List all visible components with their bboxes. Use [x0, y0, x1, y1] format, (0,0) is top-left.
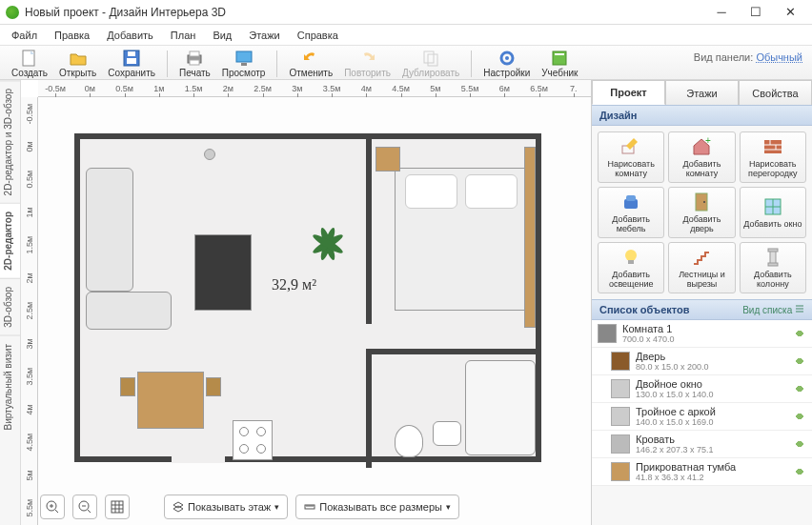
- menu-add[interactable]: Добавить: [99, 28, 161, 43]
- draw-partition-button[interactable]: Нарисовать перегородку: [740, 131, 806, 183]
- partition-wall[interactable]: [366, 133, 372, 324]
- object-dims: 140.0 x 15.0 x 169.0: [636, 417, 787, 427]
- zoom-in-button[interactable]: [40, 495, 65, 519]
- show-dimensions-button[interactable]: Показывать все размеры▾: [295, 495, 459, 519]
- tab-project[interactable]: Проект: [592, 80, 665, 105]
- ceiling-lamp[interactable]: [204, 149, 215, 160]
- partition-wall[interactable]: [366, 349, 372, 468]
- bed-icon: [611, 434, 630, 454]
- add-furniture-button[interactable]: Добавить мебель: [598, 187, 664, 238]
- add-room-button[interactable]: +Добавить комнату: [668, 131, 735, 183]
- svg-rect-58: [768, 263, 778, 266]
- room-outline[interactable]: [74, 133, 541, 462]
- grid-icon: [111, 500, 124, 514]
- show-floor-button[interactable]: Показывать этаж▾: [164, 495, 288, 519]
- print-button[interactable]: Печать: [173, 48, 216, 79]
- pencil-room-icon: [620, 136, 641, 157]
- object-row[interactable]: Кровать146.2 x 207.3 x 75.1: [592, 431, 812, 458]
- visibility-toggle[interactable]: [793, 467, 806, 476]
- menu-plan[interactable]: План: [163, 28, 204, 43]
- door-opening: [172, 455, 225, 463]
- right-tabs: Проект Этажи Свойства: [592, 80, 812, 105]
- menu-floors[interactable]: Этажи: [241, 28, 287, 43]
- object-dims: 41.8 x 36.3 x 41.2: [636, 473, 787, 482]
- tab-2d-3d[interactable]: 2D-редактор и 3D-обзор: [0, 80, 20, 203]
- visibility-toggle[interactable]: [793, 329, 806, 338]
- add-window-button[interactable]: Добавить окно: [740, 187, 806, 238]
- dining-table[interactable]: [137, 372, 204, 429]
- object-row[interactable]: Прикроватная тумба41.8 x 36.3 x 41.2: [592, 458, 812, 486]
- partition-wall[interactable]: [366, 349, 541, 354]
- door-icon: [691, 192, 712, 212]
- chair[interactable]: [206, 377, 221, 396]
- view-mode-link[interactable]: Вид списка: [742, 304, 804, 315]
- add-light-button[interactable]: Добавить освещение: [598, 242, 664, 293]
- tab-virtual-visit[interactable]: Виртуальный визит: [0, 335, 20, 438]
- preview-button[interactable]: Просмотр: [216, 48, 272, 79]
- menu-edit[interactable]: Правка: [47, 28, 97, 43]
- svg-rect-10: [424, 51, 434, 63]
- menu-help[interactable]: Справка: [290, 28, 346, 43]
- object-list: Комната 1700.0 x 470.0 Дверь80.0 x 15.0 …: [592, 320, 812, 525]
- maximize-button[interactable]: ☐: [740, 2, 772, 23]
- bed[interactable]: [395, 168, 528, 311]
- svg-rect-3: [127, 58, 136, 64]
- tab-floors[interactable]: Этажи: [665, 80, 739, 105]
- object-name: Двойное окно: [636, 378, 787, 390]
- bathtub[interactable]: [465, 360, 536, 455]
- duplicate-icon: [421, 49, 440, 68]
- menu-view[interactable]: Вид: [205, 28, 239, 43]
- brick-wall-icon: [762, 136, 783, 157]
- stairs-button[interactable]: Лестницы и вырезы: [668, 242, 735, 293]
- plant[interactable]: [309, 225, 347, 263]
- object-row[interactable]: Дверь80.0 x 15.0 x 200.0: [592, 348, 812, 375]
- duplicate-button[interactable]: Дублировать: [396, 48, 465, 79]
- tab-properties[interactable]: Свойства: [739, 80, 812, 105]
- wardrobe[interactable]: [524, 147, 536, 328]
- visibility-toggle[interactable]: [793, 356, 806, 366]
- design-tools: Нарисовать комнату +Добавить комнату Нар…: [592, 126, 812, 299]
- folder-open-icon: [69, 49, 88, 68]
- design-section-header: Дизайн: [592, 105, 812, 126]
- sofa[interactable]: [86, 292, 172, 330]
- svg-rect-48: [626, 195, 636, 201]
- visibility-toggle[interactable]: [793, 384, 806, 394]
- armchair-icon: [620, 192, 641, 212]
- create-button[interactable]: Создать: [6, 48, 53, 79]
- toilet[interactable]: [395, 425, 423, 457]
- close-button[interactable]: ✕: [774, 2, 806, 23]
- svg-point-13: [505, 56, 509, 60]
- svg-rect-4: [128, 51, 135, 56]
- open-button[interactable]: Открыть: [53, 48, 102, 79]
- panel-mode-link[interactable]: Обычный: [756, 51, 802, 63]
- grid-toggle-button[interactable]: [105, 495, 130, 519]
- add-door-button[interactable]: Добавить дверь: [668, 187, 735, 238]
- sink[interactable]: [433, 421, 461, 446]
- redo-button[interactable]: Повторить: [338, 48, 396, 79]
- add-column-button[interactable]: Добавить колонну: [740, 242, 806, 293]
- visibility-toggle[interactable]: [793, 412, 806, 421]
- chair[interactable]: [120, 377, 135, 396]
- floorplan-stage[interactable]: 32,9 м²: [38, 97, 591, 525]
- tab-2d-editor[interactable]: 2D-редактор: [0, 203, 20, 278]
- save-button[interactable]: Сохранить: [102, 48, 161, 79]
- object-row[interactable]: Тройное с аркой140.0 x 15.0 x 169.0: [592, 403, 812, 431]
- minimize-button[interactable]: ─: [705, 2, 738, 23]
- settings-button[interactable]: Настройки: [477, 48, 536, 79]
- tab-3d-view[interactable]: 3D-обзор: [0, 278, 20, 335]
- object-dims: 130.0 x 15.0 x 140.0: [636, 390, 787, 399]
- undo-button[interactable]: Отменить: [283, 48, 338, 79]
- stove[interactable]: [233, 420, 273, 460]
- zoom-out-button[interactable]: [72, 495, 97, 519]
- object-row[interactable]: Двойное окно130.0 x 15.0 x 140.0: [592, 375, 812, 403]
- sofa[interactable]: [86, 168, 133, 292]
- tv-unit[interactable]: [194, 234, 252, 311]
- help-button[interactable]: Учебник: [536, 48, 583, 79]
- draw-room-button[interactable]: Нарисовать комнату: [598, 131, 664, 183]
- svg-text:+: +: [705, 136, 711, 146]
- svg-rect-55: [628, 260, 634, 264]
- menu-file[interactable]: Файл: [4, 28, 45, 43]
- object-row[interactable]: Комната 1700.0 x 470.0: [592, 320, 812, 348]
- visibility-toggle[interactable]: [793, 439, 806, 449]
- nightstand[interactable]: [376, 147, 400, 172]
